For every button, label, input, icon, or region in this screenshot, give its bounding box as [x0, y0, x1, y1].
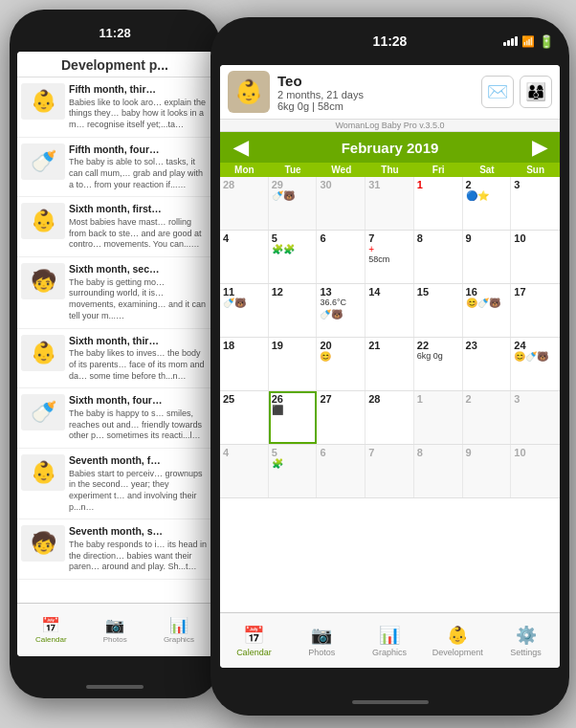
- right-tab-icon: 👶: [447, 625, 468, 646]
- calendar-cell[interactable]: 24😊🍼🐻: [511, 338, 560, 390]
- item-title: Sixth month, four…: [69, 394, 209, 408]
- day-of-week: Mon: [220, 163, 269, 177]
- right-tab-icon: 📷: [311, 625, 332, 646]
- calendar-cell[interactable]: 12: [269, 284, 318, 337]
- battery-icon: 🔋: [539, 34, 554, 49]
- calendar-cell[interactable]: 10: [511, 445, 560, 497]
- calendar-cell[interactable]: 2🔵⭐: [463, 177, 512, 230]
- list-item[interactable]: 🧒 Seventh month, s… The baby responds to…: [17, 519, 212, 580]
- calendar-cell[interactable]: 26⬛: [269, 391, 318, 444]
- calendar-dow-row: MonTueWedThuFriSatSun: [220, 163, 560, 177]
- right-tab-settings[interactable]: ⚙️ Settings: [501, 625, 551, 657]
- calendar-cell[interactable]: 5🧩🧩: [269, 231, 318, 283]
- tab-label: Photos: [103, 635, 127, 644]
- calendar-cell[interactable]: 28: [366, 391, 414, 444]
- item-text: Sixth month, four… The baby is happy to …: [69, 394, 209, 442]
- avatar: 👶: [228, 71, 270, 113]
- calendar-week-row: 45🧩678910: [220, 445, 560, 498]
- day-number: 10: [514, 447, 557, 458]
- right-tab-photos[interactable]: 📷 Photos: [297, 625, 346, 657]
- right-tab-development[interactable]: 👶 Development: [432, 625, 483, 657]
- home-indicator: [86, 685, 144, 689]
- item-title: Sixth month, thir…: [69, 335, 209, 348]
- calendar-cell[interactable]: 6: [317, 231, 366, 283]
- day-number: 2: [466, 179, 508, 190]
- calendar-cell[interactable]: 20😊: [317, 338, 366, 390]
- calendar-cell[interactable]: 9: [463, 231, 512, 283]
- tab-calendar[interactable]: 📅 Calendar: [35, 616, 66, 644]
- list-item[interactable]: 🍼 Fifth month, four… The baby is able to…: [17, 138, 212, 198]
- list-item[interactable]: 👶 Seventh month, f… Babies start to perc…: [17, 449, 212, 519]
- tab-icon: 📊: [168, 616, 189, 633]
- item-text: Sixth month, sec… The baby is getting mo…: [69, 263, 209, 321]
- left-page-title: Development p...: [17, 52, 212, 77]
- calendar-cell[interactable]: 1336.6°C🍼🐻: [317, 284, 366, 337]
- calendar-cell[interactable]: 29🍼🐻: [269, 177, 318, 230]
- calendar-cell[interactable]: 23: [463, 338, 512, 390]
- right-tab-graphics[interactable]: 📊 Graphics: [365, 625, 414, 657]
- calendar-cell[interactable]: 31: [366, 177, 414, 230]
- calendar-cell[interactable]: 14: [366, 284, 414, 337]
- baby-illustration: 👶: [21, 203, 65, 239]
- wifi-icon: 📶: [521, 35, 535, 48]
- left-tab-bar: 📅 Calendar 📷 Photos 📊 Graphics: [17, 603, 212, 656]
- baby-illustration: 🧒: [21, 263, 65, 299]
- calendar-cell[interactable]: 11🍼🐻: [220, 284, 269, 337]
- cell-icons: 😊🍼🐻: [466, 298, 500, 308]
- calendar-cell[interactable]: 5🧩: [269, 445, 318, 497]
- day-number: 25: [223, 393, 265, 405]
- calendar-cell[interactable]: 7: [366, 445, 414, 497]
- right-tab-label: Calendar: [236, 648, 272, 657]
- calendar-cell[interactable]: 25: [220, 391, 269, 444]
- calendar-cell[interactable]: 4: [220, 445, 269, 497]
- list-item[interactable]: 👶 Sixth month, first… Most babies have m…: [17, 197, 212, 257]
- calendar-cell[interactable]: 17: [511, 284, 560, 337]
- signal-icon: [503, 36, 518, 46]
- item-desc: Babies like to look aro… explain the thi…: [69, 98, 209, 131]
- next-month-button[interactable]: ▶: [526, 136, 552, 159]
- calendar-cell[interactable]: 2: [463, 391, 512, 444]
- tab-photos[interactable]: 📷 Photos: [103, 616, 127, 644]
- list-item[interactable]: 🍼 Sixth month, four… The baby is happy t…: [17, 388, 212, 449]
- calendar-cell[interactable]: 6: [317, 445, 366, 497]
- day-of-week: Tue: [269, 163, 318, 177]
- calendar-cell[interactable]: 3: [511, 391, 560, 444]
- prev-month-button[interactable]: ◀: [228, 136, 254, 159]
- calendar-cell[interactable]: 8: [414, 231, 463, 283]
- list-item[interactable]: 👶 Sixth month, thir… The baby likes to i…: [17, 329, 212, 389]
- calendar-cell[interactable]: 8: [414, 445, 463, 497]
- list-item[interactable]: 👶 Fifth month, thir… Babies like to look…: [17, 77, 212, 138]
- calendar-cell[interactable]: 19: [269, 338, 318, 390]
- day-number: 9: [466, 232, 508, 244]
- tab-graphics[interactable]: 📊 Graphics: [164, 616, 194, 644]
- mail-button[interactable]: ✉️: [481, 76, 514, 108]
- calendar-cell[interactable]: 18: [220, 338, 269, 390]
- calendar-cell[interactable]: 3: [511, 177, 560, 230]
- calendar-cell[interactable]: 16😊🍼🐻: [463, 284, 512, 337]
- day-number: 31: [368, 179, 410, 190]
- baby-illustration: 🍼: [21, 394, 65, 430]
- tab-icon: 📷: [104, 616, 125, 633]
- profile-name: Teo: [277, 73, 481, 89]
- calendar-cell[interactable]: 7+58cm: [366, 231, 414, 283]
- calendar-week-row: 2829🍼🐻303112🔵⭐3: [220, 177, 560, 231]
- calendar-cell[interactable]: 1: [414, 177, 463, 230]
- item-desc: The baby is able to sol… tasks, it can c…: [69, 157, 209, 190]
- calendar-cell[interactable]: 27: [317, 391, 366, 444]
- calendar-cell[interactable]: 30: [317, 177, 366, 230]
- family-button[interactable]: 👨‍👩‍👦: [520, 76, 552, 108]
- right-tab-label: Graphics: [372, 648, 407, 657]
- calendar-cell[interactable]: 28: [220, 177, 269, 230]
- calendar-cell[interactable]: 4: [220, 231, 269, 283]
- item-text: Fifth month, thir… Babies like to look a…: [69, 83, 209, 131]
- calendar-cell[interactable]: 10: [511, 231, 560, 283]
- list-item[interactable]: 🧒 Sixth month, sec… The baby is getting …: [17, 257, 212, 328]
- right-tab-calendar[interactable]: 📅 Calendar: [229, 625, 278, 657]
- day-number: 7: [368, 447, 410, 458]
- item-desc: Babies start to perceiv… grownups in the…: [69, 469, 209, 514]
- calendar-cell[interactable]: 1: [414, 391, 463, 444]
- calendar-cell[interactable]: 226kg 0g: [414, 338, 463, 390]
- calendar-cell[interactable]: 9: [463, 445, 512, 497]
- calendar-cell[interactable]: 15: [414, 284, 463, 337]
- calendar-cell[interactable]: 21: [366, 338, 414, 390]
